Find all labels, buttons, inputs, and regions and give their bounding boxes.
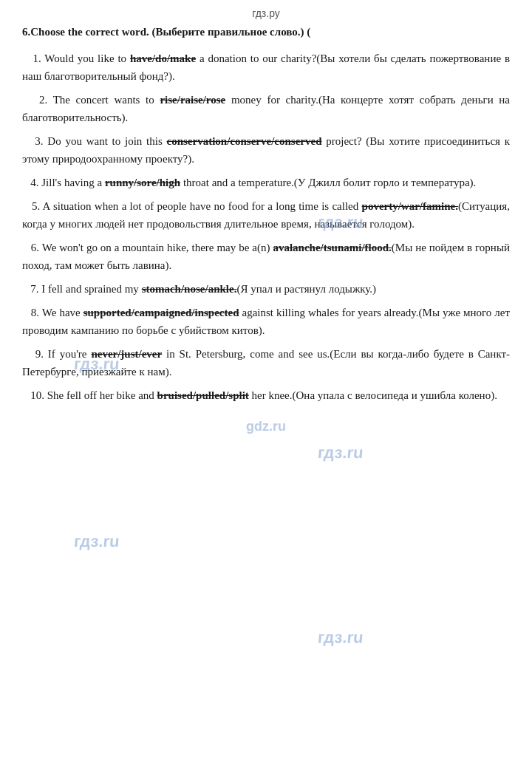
item-answer: poverty/war/famine.	[362, 200, 458, 212]
section-title: 6.Choose the correct word. (Выберите пра…	[22, 24, 510, 41]
item-number: 7.	[22, 283, 39, 295]
header-site-label: гдз.ру	[252, 7, 280, 19]
item-answer: conservation/conserve/conserved	[167, 135, 322, 147]
item-text-after: her knee.(Она упала с велосипеда и ушибл…	[249, 389, 497, 401]
item-number: 9.	[22, 348, 44, 360]
item-text-after: (Я упал и растянул лодыжку.)	[236, 283, 376, 295]
item-text-before: The concert wants to	[53, 94, 160, 106]
item-number: 3.	[22, 135, 44, 147]
item-text-before: We have	[42, 307, 83, 318]
exercise-items: 1. Would you like to have/do/make a dona…	[22, 50, 510, 404]
item-answer: have/do/make	[130, 52, 196, 64]
list-item: 4. Jill's having a runny/sore/high throa…	[22, 174, 510, 191]
list-item: 7. I fell and sprained my stomach/nose/a…	[22, 280, 510, 298]
item-answer: avalanche/tsunami/flood.	[273, 242, 391, 253]
item-answer: runny/sore/high	[105, 177, 180, 188]
watermark-3: гдз.ru	[317, 443, 364, 463]
item-text-before: She fell off her bike and	[47, 389, 157, 401]
item-text-before: I fell and sprained my	[41, 283, 141, 295]
list-item: 1. Would you like to have/do/make a dona…	[22, 50, 510, 85]
item-number: 4.	[22, 177, 39, 188]
item-text-before: Would you like to	[44, 52, 130, 64]
item-answer: supported/campaigned/inspected	[83, 307, 239, 318]
item-number: 8.	[22, 307, 39, 318]
item-text-before: We won't go on a mountain hike, there ma…	[42, 242, 273, 253]
item-number: 6.	[22, 242, 39, 253]
section-title-text: 6.Choose the correct word. (Выберите пра…	[22, 26, 310, 38]
item-text-after: throat and a temperature.(У Джилл болит …	[180, 177, 476, 188]
list-item: 6. We won't go on a mountain hike, there…	[22, 239, 510, 274]
item-text-before: Do you want to join this	[47, 135, 166, 147]
item-number: 10.	[22, 389, 44, 401]
item-text-before: A situation when a lot of people have no…	[43, 200, 362, 212]
list-item: 9. If you're never/just/ever in St. Pete…	[22, 345, 510, 380]
page-container: гдз.ру 6.Choose the correct word. (Выбер…	[0, 0, 532, 761]
item-number: 2.	[22, 94, 47, 106]
item-answer: rise/raise/rose	[160, 94, 225, 106]
list-item: 10. She fell off her bike and bruised/pu…	[22, 386, 510, 404]
item-answer: stomach/nose/ankle.	[142, 283, 237, 295]
item-text-before: Jill's having a	[41, 177, 105, 188]
footer-site-label: gdz.ru	[246, 419, 286, 434]
item-number: 5.	[22, 200, 40, 212]
item-answer: bruised/pulled/split	[157, 389, 249, 401]
watermark-4: гдз.ru	[73, 532, 120, 551]
list-item: 3. Do you want to join this conservation…	[22, 132, 510, 168]
list-item: 8. We have supported/campaigned/inspecte…	[22, 304, 510, 339]
list-item: 5. A situation when a lot of people have…	[22, 197, 510, 233]
item-number: 1.	[22, 52, 41, 64]
watermark-5: гдз.ru	[317, 628, 364, 647]
list-item: 2. The concert wants to rise/raise/rose …	[22, 91, 510, 126]
item-text-before: If you're	[48, 348, 92, 360]
footer-watermark: gdz.ru	[22, 419, 510, 434]
item-answer: never/just/ever	[91, 348, 162, 360]
site-header: гдз.ру	[22, 7, 510, 19]
